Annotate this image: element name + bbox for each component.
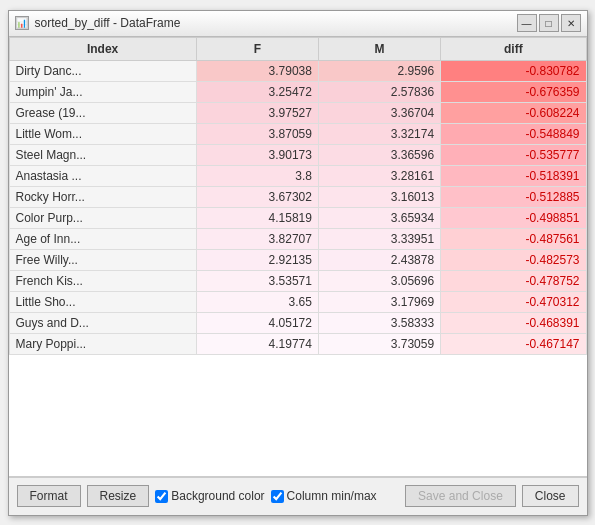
cell-r4-c1: 3.90173	[196, 144, 318, 165]
cell-r5-c3: -0.518391	[441, 165, 586, 186]
cell-r11-c2: 3.17969	[318, 291, 440, 312]
cell-r1-c1: 3.25472	[196, 81, 318, 102]
cell-r0-c2: 2.9596	[318, 60, 440, 81]
cell-r8-c3: -0.487561	[441, 228, 586, 249]
cell-r12-c0: Guys and D...	[9, 312, 196, 333]
cell-r10-c2: 3.05696	[318, 270, 440, 291]
maximize-button[interactable]: □	[539, 14, 559, 32]
cell-r13-c1: 4.19774	[196, 333, 318, 354]
resize-button[interactable]: Resize	[87, 485, 150, 507]
table-row: Age of Inn...3.827073.33951-0.487561	[9, 228, 586, 249]
table-row: Rocky Horr...3.673023.16013-0.512885	[9, 186, 586, 207]
table-header-row: Index F M diff	[9, 37, 586, 60]
format-button[interactable]: Format	[17, 485, 81, 507]
cell-r6-c1: 3.67302	[196, 186, 318, 207]
cell-r12-c1: 4.05172	[196, 312, 318, 333]
cell-r2-c0: Grease (19...	[9, 102, 196, 123]
table-row: Mary Poppi...4.197743.73059-0.467147	[9, 333, 586, 354]
col-minmax-checkbox-label[interactable]: Column min/max	[271, 489, 377, 503]
table-row: Dirty Danc...3.790382.9596-0.830782	[9, 60, 586, 81]
cell-r6-c0: Rocky Horr...	[9, 186, 196, 207]
cell-r7-c1: 4.15819	[196, 207, 318, 228]
window-icon: 📊	[15, 16, 29, 30]
footer-toolbar: Format Resize Background color Column mi…	[9, 477, 587, 515]
cell-r3-c2: 3.32174	[318, 123, 440, 144]
cell-r2-c1: 3.97527	[196, 102, 318, 123]
cell-r10-c3: -0.478752	[441, 270, 586, 291]
cell-r12-c3: -0.468391	[441, 312, 586, 333]
col-M: M	[318, 37, 440, 60]
cell-r0-c1: 3.79038	[196, 60, 318, 81]
cell-r5-c0: Anastasia ...	[9, 165, 196, 186]
cell-r10-c1: 3.53571	[196, 270, 318, 291]
table-row: Little Sho...3.653.17969-0.470312	[9, 291, 586, 312]
cell-r9-c0: Free Willy...	[9, 249, 196, 270]
cell-r8-c1: 3.82707	[196, 228, 318, 249]
cell-r12-c2: 3.58333	[318, 312, 440, 333]
cell-r11-c3: -0.470312	[441, 291, 586, 312]
cell-r3-c1: 3.87059	[196, 123, 318, 144]
bg-color-checkbox[interactable]	[155, 490, 168, 503]
window-close-button[interactable]: ✕	[561, 14, 581, 32]
table-container[interactable]: Index F M diff Dirty Danc...3.790382.959…	[9, 37, 587, 477]
cell-r13-c2: 3.73059	[318, 333, 440, 354]
minimize-button[interactable]: —	[517, 14, 537, 32]
table-row: Anastasia ...3.83.28161-0.518391	[9, 165, 586, 186]
cell-r11-c1: 3.65	[196, 291, 318, 312]
dataframe-window: 📊 sorted_by_diff - DataFrame — □ ✕ Index…	[8, 10, 588, 516]
cell-r6-c2: 3.16013	[318, 186, 440, 207]
table-row: French Kis...3.535713.05696-0.478752	[9, 270, 586, 291]
table-row: Guys and D...4.051723.58333-0.468391	[9, 312, 586, 333]
cell-r13-c3: -0.467147	[441, 333, 586, 354]
cell-r4-c0: Steel Magn...	[9, 144, 196, 165]
table-row: Steel Magn...3.901733.36596-0.535777	[9, 144, 586, 165]
cell-r7-c2: 3.65934	[318, 207, 440, 228]
save-close-button[interactable]: Save and Close	[405, 485, 516, 507]
cell-r10-c0: French Kis...	[9, 270, 196, 291]
cell-r1-c3: -0.676359	[441, 81, 586, 102]
cell-r9-c3: -0.482573	[441, 249, 586, 270]
bg-color-checkbox-label[interactable]: Background color	[155, 489, 264, 503]
cell-r5-c1: 3.8	[196, 165, 318, 186]
table-row: Free Willy...2.921352.43878-0.482573	[9, 249, 586, 270]
close-button[interactable]: Close	[522, 485, 579, 507]
cell-r2-c2: 3.36704	[318, 102, 440, 123]
col-minmax-label: Column min/max	[287, 489, 377, 503]
cell-r7-c3: -0.498851	[441, 207, 586, 228]
table-row: Little Wom...3.870593.32174-0.548849	[9, 123, 586, 144]
table-row: Color Purp...4.158193.65934-0.498851	[9, 207, 586, 228]
cell-r3-c0: Little Wom...	[9, 123, 196, 144]
cell-r4-c2: 3.36596	[318, 144, 440, 165]
cell-r1-c0: Jumpin' Ja...	[9, 81, 196, 102]
cell-r6-c3: -0.512885	[441, 186, 586, 207]
dataframe-table: Index F M diff Dirty Danc...3.790382.959…	[9, 37, 587, 355]
cell-r3-c3: -0.548849	[441, 123, 586, 144]
window-title: sorted_by_diff - DataFrame	[35, 16, 517, 30]
cell-r2-c3: -0.608224	[441, 102, 586, 123]
table-row: Grease (19...3.975273.36704-0.608224	[9, 102, 586, 123]
window-controls: — □ ✕	[517, 14, 581, 32]
title-bar: 📊 sorted_by_diff - DataFrame — □ ✕	[9, 11, 587, 37]
col-index: Index	[9, 37, 196, 60]
cell-r0-c3: -0.830782	[441, 60, 586, 81]
cell-r9-c2: 2.43878	[318, 249, 440, 270]
cell-r0-c0: Dirty Danc...	[9, 60, 196, 81]
cell-r8-c2: 3.33951	[318, 228, 440, 249]
cell-r7-c0: Color Purp...	[9, 207, 196, 228]
cell-r4-c3: -0.535777	[441, 144, 586, 165]
cell-r5-c2: 3.28161	[318, 165, 440, 186]
cell-r9-c1: 2.92135	[196, 249, 318, 270]
cell-r1-c2: 2.57836	[318, 81, 440, 102]
col-minmax-checkbox[interactable]	[271, 490, 284, 503]
cell-r11-c0: Little Sho...	[9, 291, 196, 312]
col-diff: diff	[441, 37, 586, 60]
col-F: F	[196, 37, 318, 60]
bg-color-label: Background color	[171, 489, 264, 503]
table-row: Jumpin' Ja...3.254722.57836-0.676359	[9, 81, 586, 102]
cell-r8-c0: Age of Inn...	[9, 228, 196, 249]
cell-r13-c0: Mary Poppi...	[9, 333, 196, 354]
